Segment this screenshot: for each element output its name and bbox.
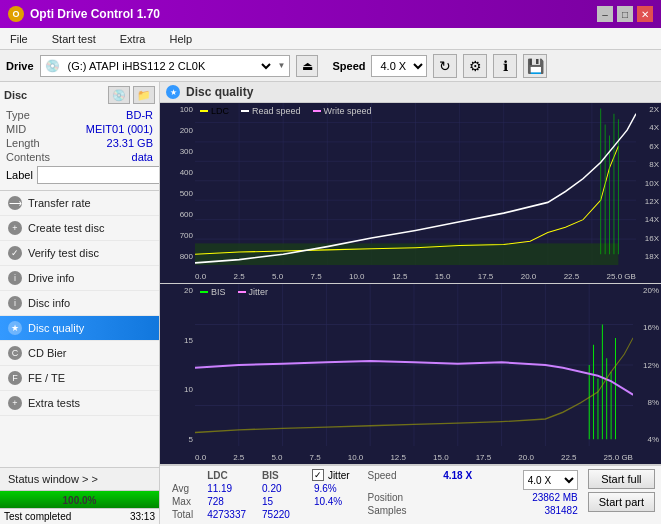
nav-icon-extra: + bbox=[8, 396, 22, 410]
disc-header: Disc 💿 📁 bbox=[4, 86, 155, 104]
disc-section: Disc 💿 📁 Type BD-R MID MEIT01 (001) Leng… bbox=[0, 82, 159, 191]
legend-ldc: LDC bbox=[200, 106, 229, 116]
disc-mid-value: MEIT01 (001) bbox=[86, 123, 153, 135]
speed-select-stats[interactable]: 4.0 X bbox=[523, 470, 578, 490]
legend-writespeed-label: Write speed bbox=[324, 106, 372, 116]
maximize-button[interactable]: □ bbox=[617, 6, 633, 22]
legend-ldc-label: LDC bbox=[211, 106, 229, 116]
position-value: 23862 MB bbox=[532, 492, 578, 503]
menu-start-test[interactable]: Start test bbox=[46, 31, 102, 47]
main-layout: Disc 💿 📁 Type BD-R MID MEIT01 (001) Leng… bbox=[0, 82, 661, 524]
stats-col-ldc: LDC bbox=[199, 469, 254, 482]
legend-jitter: Jitter bbox=[238, 287, 269, 297]
info-button[interactable]: ℹ bbox=[493, 54, 517, 78]
right-panel: ★ Disc quality LDC Read speed bbox=[160, 82, 661, 524]
status-text-row: Test completed 33:13 bbox=[0, 508, 159, 524]
disc-contents-label: Contents bbox=[6, 151, 50, 163]
menu-file[interactable]: File bbox=[4, 31, 34, 47]
disc-quality-title: Disc quality bbox=[186, 85, 253, 99]
disc-quality-header: ★ Disc quality bbox=[160, 82, 661, 103]
status-area: Status window > > 100.0% Test completed … bbox=[0, 467, 159, 524]
nav-label-drive: Drive info bbox=[28, 272, 74, 284]
nav-icon-drive: i bbox=[8, 271, 22, 285]
disc-label-row: Label 🔍 bbox=[4, 164, 155, 186]
minimize-button[interactable]: – bbox=[597, 6, 613, 22]
drive-selector-container: 💿 (G:) ATAPI iHBS112 2 CL0K ▼ bbox=[40, 55, 291, 77]
legend-bis: BIS bbox=[200, 287, 226, 297]
nav-disc-info[interactable]: i Disc info bbox=[0, 291, 159, 316]
menu-extra[interactable]: Extra bbox=[114, 31, 152, 47]
drive-label: Drive bbox=[6, 60, 34, 72]
disc-length-row: Length 23.31 GB bbox=[4, 136, 155, 150]
legend-writespeed-dot bbox=[313, 110, 321, 112]
nav-drive-info[interactable]: i Drive info bbox=[0, 266, 159, 291]
disc-length-value: 23.31 GB bbox=[107, 137, 153, 149]
disc-contents-value: data bbox=[132, 151, 153, 163]
nav-icon-cdbier: C bbox=[8, 346, 22, 360]
nav-menu: ⟶ Transfer rate + Create test disc ✓ Ver… bbox=[0, 191, 159, 467]
disc-quality-icon: ★ bbox=[166, 85, 180, 99]
chart-ldc: LDC Read speed Write speed 8007006005004… bbox=[160, 103, 661, 284]
refresh-button[interactable]: ↻ bbox=[433, 54, 457, 78]
disc-type-label: Type bbox=[6, 109, 30, 121]
chart1-svg bbox=[195, 103, 636, 265]
status-window-button[interactable]: Status window > > bbox=[0, 468, 159, 490]
jitter-max-value: 10.4% bbox=[314, 496, 342, 507]
menu-help[interactable]: Help bbox=[163, 31, 198, 47]
jitter-checkbox[interactable]: ✓ bbox=[312, 469, 324, 481]
disc-length-label: Length bbox=[6, 137, 40, 149]
window-controls: – □ ✕ bbox=[597, 6, 653, 22]
charts-area: LDC Read speed Write speed 8007006005004… bbox=[160, 103, 661, 524]
settings-button[interactable]: ⚙ bbox=[463, 54, 487, 78]
status-time: 33:13 bbox=[130, 511, 155, 522]
nav-transfer-rate[interactable]: ⟶ Transfer rate bbox=[0, 191, 159, 216]
legend-writespeed: Write speed bbox=[313, 106, 372, 116]
drive-dropdown[interactable]: (G:) ATAPI iHBS112 2 CL0K bbox=[64, 59, 274, 73]
stats-total-bis: 75220 bbox=[254, 508, 298, 521]
stats-max-ldc: 728 bbox=[199, 495, 254, 508]
nav-icon-transfer: ⟶ bbox=[8, 196, 22, 210]
close-button[interactable]: ✕ bbox=[637, 6, 653, 22]
chart1-x-axis: 0.02.55.07.510.012.515.017.520.022.525.0… bbox=[195, 272, 636, 281]
disc-mid-label: MID bbox=[6, 123, 26, 135]
legend-bis-dot bbox=[200, 291, 208, 293]
disc-contents-row: Contents data bbox=[4, 150, 155, 164]
legend-jitter-dot bbox=[238, 291, 246, 293]
chart2-legend: BIS Jitter bbox=[200, 287, 268, 297]
nav-label-transfer: Transfer rate bbox=[28, 197, 91, 209]
legend-readspeed: Read speed bbox=[241, 106, 301, 116]
samples-label: Samples bbox=[368, 505, 407, 516]
stats-max-label: Max bbox=[166, 495, 199, 508]
nav-label-fete: FE / TE bbox=[28, 372, 65, 384]
nav-disc-quality[interactable]: ★ Disc quality bbox=[0, 316, 159, 341]
jitter-label: Jitter bbox=[328, 470, 350, 481]
nav-icon-fete: F bbox=[8, 371, 22, 385]
nav-fe-te[interactable]: F FE / TE bbox=[0, 366, 159, 391]
left-panel: Disc 💿 📁 Type BD-R MID MEIT01 (001) Leng… bbox=[0, 82, 160, 524]
start-full-button[interactable]: Start full bbox=[588, 469, 655, 489]
nav-create-test-disc[interactable]: + Create test disc bbox=[0, 216, 159, 241]
eject-button[interactable]: ⏏ bbox=[296, 55, 318, 77]
disc-type-value: BD-R bbox=[126, 109, 153, 121]
nav-icon-create: + bbox=[8, 221, 22, 235]
stats-avg-row: Avg 11.19 0.20 bbox=[166, 482, 298, 495]
chart1-y-right: 18X16X14X12X10X8X6X4X2X bbox=[636, 103, 661, 263]
nav-icon-quality: ★ bbox=[8, 321, 22, 335]
disc-folder-button[interactable]: 📁 bbox=[133, 86, 155, 104]
nav-icon-verify: ✓ bbox=[8, 246, 22, 260]
legend-readspeed-dot bbox=[241, 110, 249, 112]
chart2-x-axis: 0.02.55.07.510.012.515.017.520.022.525.0… bbox=[195, 453, 633, 462]
start-part-button[interactable]: Start part bbox=[588, 492, 655, 512]
nav-verify-test-disc[interactable]: ✓ Verify test disc bbox=[0, 241, 159, 266]
nav-label-create: Create test disc bbox=[28, 222, 104, 234]
disc-title: Disc bbox=[4, 89, 27, 101]
nav-cd-bier[interactable]: C CD Bier bbox=[0, 341, 159, 366]
save-button[interactable]: 💾 bbox=[523, 54, 547, 78]
chart2-y-right: 4%8%12%16%20% bbox=[633, 284, 661, 446]
disc-label-input[interactable] bbox=[37, 166, 160, 184]
disc-eject-button[interactable]: 💿 bbox=[108, 86, 130, 104]
stats-header-row: LDC BIS bbox=[166, 469, 298, 482]
speed-dropdown[interactable]: 4.0 X 2.0 X 1.0 X bbox=[371, 55, 427, 77]
nav-extra-tests[interactable]: + Extra tests bbox=[0, 391, 159, 416]
chart2-svg bbox=[195, 284, 633, 446]
